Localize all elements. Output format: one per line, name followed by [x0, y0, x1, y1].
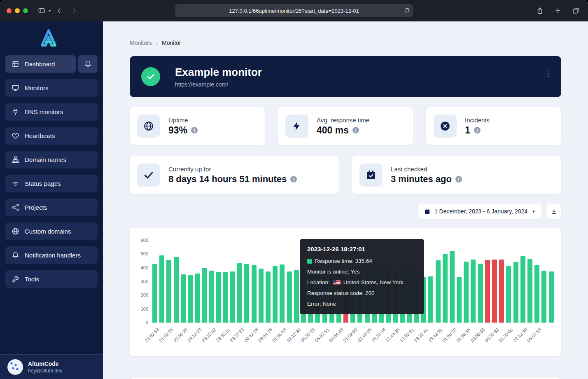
info-value: 3 minutes ago — [391, 174, 452, 185]
chart-bar[interactable] — [273, 266, 278, 323]
chart-bar[interactable] — [209, 271, 214, 323]
monitor-url: https://example.com/ — [175, 81, 262, 88]
globe-icon — [137, 115, 160, 138]
globe-icon — [12, 227, 19, 235]
tooltip-timestamp: 2023-12-26 18:27:01 — [307, 246, 417, 253]
chart-bar[interactable] — [513, 262, 518, 323]
chart-bar[interactable] — [464, 262, 469, 323]
chart-bar[interactable] — [195, 274, 200, 323]
sidebar-item-custom-domains[interactable]: Custom domains — [5, 222, 98, 240]
plug-icon — [12, 108, 19, 116]
info-icon[interactable]: i — [191, 127, 198, 133]
sidebar-item-dns-monitors[interactable]: DNS monitors — [5, 103, 98, 121]
info-icon[interactable]: i — [352, 127, 359, 133]
reload-icon[interactable] — [404, 7, 410, 14]
chart-bar[interactable] — [188, 275, 193, 323]
info-label: Currently up for — [168, 166, 297, 173]
chart-bar[interactable] — [152, 264, 157, 323]
sidebar-item-dashboard[interactable]: Dashboard — [5, 55, 76, 73]
chart-bar[interactable] — [294, 270, 299, 323]
breadcrumb: Monitors › Monitor — [130, 40, 561, 46]
chart-bar[interactable] — [506, 266, 511, 323]
main-content: Monitors › Monitor Example monitor https… — [103, 21, 588, 379]
info-icon[interactable]: i — [474, 127, 481, 133]
kebab-menu-icon[interactable]: ⋮ — [544, 69, 552, 77]
chart-bar[interactable] — [252, 265, 257, 323]
chart-bar[interactable] — [287, 271, 292, 323]
chart-bar[interactable] — [259, 269, 264, 323]
monitor-title: Example monitor — [175, 66, 262, 79]
sidebar-item-label: Notification handlers — [25, 252, 81, 259]
chart-bar[interactable] — [541, 271, 546, 323]
chart-bar[interactable] — [450, 251, 455, 323]
info-icon[interactable]: i — [290, 176, 297, 182]
info-icon[interactable]: i — [455, 176, 462, 182]
sidebar-item-label: DNS monitors — [25, 108, 63, 115]
chart-bar[interactable] — [549, 271, 554, 323]
back-button[interactable] — [53, 5, 65, 17]
notifications-button[interactable] — [78, 55, 98, 73]
minimize-window-button[interactable] — [15, 8, 20, 13]
chart-bar[interactable] — [478, 264, 483, 323]
sidebar-item-heartbeats[interactable]: Heartbeats — [5, 127, 98, 145]
monitor-icon — [12, 84, 19, 92]
chart-bar[interactable] — [230, 271, 235, 323]
account-name: AltumCode — [28, 360, 63, 367]
x-axis-tick: 01:50:22 — [441, 327, 457, 343]
chart-bar[interactable] — [492, 260, 497, 323]
chart-bar[interactable] — [443, 254, 448, 323]
url-bar[interactable]: 127.0.0.1/66uptime/monitor/25?start_date… — [175, 4, 413, 17]
chart-bar[interactable] — [216, 272, 221, 323]
chart-bar[interactable] — [457, 277, 462, 323]
date-range-label: 1 December, 2023 - 6 January, 2024 — [434, 208, 527, 215]
altumcode-logo[interactable] — [0, 21, 103, 55]
sidebar-item-notification-handlers[interactable]: Notification handlers — [5, 246, 98, 264]
sidebar-toggle-icon[interactable] — [35, 5, 48, 17]
x-axis-tick: 01:56:53 — [271, 327, 287, 343]
sidebar-item-status-pages[interactable]: Status pages — [5, 175, 98, 192]
sidebar-item-tools[interactable]: Tools — [5, 270, 98, 288]
tab-overview-icon[interactable] — [570, 5, 582, 17]
chart-bar[interactable] — [174, 257, 179, 323]
x-axis-tick: 22:13:39 — [512, 327, 528, 343]
chart-bar[interactable] — [436, 260, 441, 323]
share-icon[interactable] — [534, 5, 546, 17]
y-axis-tick: 500 — [141, 251, 148, 256]
sidebar-footer[interactable]: AltumCode hey@altum.dev — [0, 354, 103, 379]
chart-bar[interactable] — [499, 260, 504, 323]
chart-bar[interactable] — [237, 263, 242, 323]
chart-bar[interactable] — [181, 274, 186, 323]
chart-tooltip: 2023-12-26 18:27:01 Response time: 335.6… — [300, 239, 424, 314]
sidebar-item-projects[interactable]: Projects — [5, 199, 98, 216]
forward-button[interactable] — [68, 5, 80, 17]
chart-bar[interactable] — [485, 260, 490, 323]
chart-bar[interactable] — [244, 264, 249, 323]
breadcrumb-monitors-link[interactable]: Monitors — [130, 40, 152, 46]
chart-bar[interactable] — [534, 265, 539, 323]
chart-bar[interactable] — [166, 260, 171, 323]
chevron-down-icon[interactable]: ▾ — [49, 9, 51, 13]
chart-bar[interactable] — [266, 271, 271, 323]
sidebar-item-monitors[interactable]: Monitors — [5, 79, 98, 97]
bolt-icon — [285, 115, 308, 138]
stats-row: Uptime 93%i Avg. response time 400 msi — [130, 107, 561, 145]
uptime-card: Uptime 93%i — [130, 107, 265, 145]
chart-bar[interactable] — [159, 255, 164, 323]
date-range-picker[interactable]: 1 December, 2023 - 6 January, 2024 ▼ — [418, 204, 541, 219]
zoom-window-button[interactable] — [23, 8, 28, 13]
chart-bar[interactable] — [223, 272, 228, 323]
download-button[interactable] — [546, 204, 561, 219]
chevron-right-icon: › — [156, 40, 158, 46]
y-axis-tick: 300 — [141, 279, 148, 284]
chart-bar[interactable] — [520, 256, 525, 323]
chart-bar[interactable] — [280, 264, 285, 323]
sidebar-item-domain-names[interactable]: Domain names — [5, 151, 98, 168]
chart-bar[interactable] — [527, 259, 532, 323]
chart-bar[interactable] — [202, 268, 207, 323]
close-window-button[interactable] — [7, 8, 12, 13]
new-tab-icon[interactable] — [552, 5, 564, 17]
chart-bar[interactable] — [471, 260, 476, 323]
y-axis-tick: 0 — [146, 320, 148, 325]
chart-bar[interactable] — [428, 276, 433, 323]
stat-label: Uptime — [168, 117, 198, 124]
